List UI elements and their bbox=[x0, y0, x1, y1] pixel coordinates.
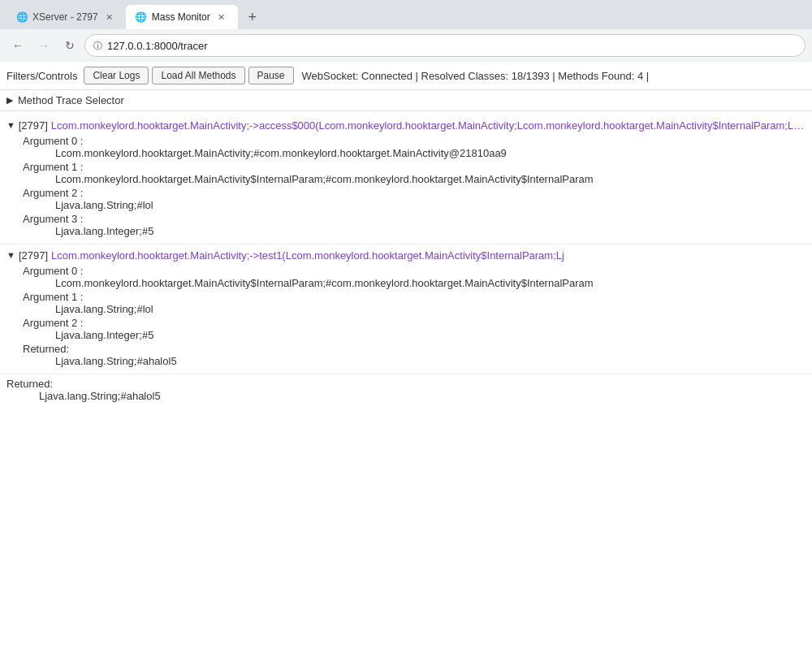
entry-2-pid: [2797] bbox=[19, 249, 48, 262]
url-text: 127.0.0.1:8000/tracer bbox=[107, 40, 208, 52]
page-content: Filters/Controls Clear Logs Load All Met… bbox=[0, 62, 812, 649]
entry-1-arg-3: Argument 3 : Ljava.lang.Integer;#5 bbox=[23, 213, 806, 237]
entry-1-arg-1-value: Lcom.monkeylord.hooktarget.MainActivity$… bbox=[55, 173, 806, 185]
entry-1-arg-1: Argument 1 : Lcom.monkeylord.hooktarget.… bbox=[23, 161, 806, 185]
entry-1-header: ▼ [2797] Lcom.monkeylord.hooktarget.Main… bbox=[6, 119, 806, 132]
xserver-favicon-icon: 🌐 bbox=[16, 11, 28, 23]
address-bar[interactable]: ⓘ 127.0.0.1:8000/tracer bbox=[84, 34, 806, 57]
log-entry-2: ▼ [2797] Lcom.monkeylord.hooktarget.Main… bbox=[0, 244, 812, 374]
outer-returned: Returned: Ljava.lang.String;#ahalol5 bbox=[0, 374, 812, 404]
entry-2-method-link[interactable]: Lcom.monkeylord.hooktarget.MainActivity;… bbox=[51, 249, 564, 262]
entry-1-pid: [2797] bbox=[19, 119, 48, 132]
entry-2-arg-1-label: Argument 1 : bbox=[23, 291, 83, 303]
new-tab-button[interactable]: + bbox=[241, 6, 264, 28]
entry-2-arg-2-label: Argument 2 : bbox=[23, 317, 83, 329]
entry-2-returned-inner: Returned: Ljava.lang.String;#ahalol5 bbox=[23, 343, 806, 367]
entry-1-arg-2: Argument 2 : Ljava.lang.String;#lol bbox=[23, 187, 806, 211]
xserver-tab-close-icon[interactable]: ✕ bbox=[103, 11, 116, 24]
entry-1-arg-3-value: Ljava.lang.Integer;#5 bbox=[55, 225, 806, 237]
forward-button[interactable]: → bbox=[32, 34, 55, 57]
xserver-tab-label: XServer - 2797 bbox=[32, 11, 98, 23]
outer-returned-label: Returned: bbox=[6, 378, 53, 390]
method-trace-selector-header[interactable]: ▶ Method Trace Selector bbox=[0, 90, 812, 111]
entry-1-arg-0-label: Argument 0 : bbox=[23, 135, 83, 147]
entry-2-arg-0-label: Argument 0 : bbox=[23, 265, 83, 277]
tab-bar: 🌐 XServer - 2797 ✕ 🌐 Mass Monitor ✕ + bbox=[0, 0, 812, 29]
outer-returned-value: Ljava.lang.String;#ahalol5 bbox=[39, 390, 806, 402]
entry-2-header: ▼ [2797] Lcom.monkeylord.hooktarget.Main… bbox=[6, 249, 806, 262]
clear-logs-button[interactable]: Clear Logs bbox=[84, 67, 149, 84]
entry-2-arg-0-value: Lcom.monkeylord.hooktarget.MainActivity$… bbox=[55, 277, 806, 289]
nav-bar: ← → ↻ ⓘ 127.0.0.1:8000/tracer bbox=[0, 29, 812, 62]
tab-xserver[interactable]: 🌐 XServer - 2797 ✕ bbox=[6, 5, 126, 29]
entry-2-arg-1-value: Ljava.lang.String;#lol bbox=[55, 303, 806, 315]
lock-icon: ⓘ bbox=[93, 40, 102, 52]
log-area: ▼ [2797] Lcom.monkeylord.hooktarget.Main… bbox=[0, 111, 812, 407]
entry-1-arg-2-label: Argument 2 : bbox=[23, 187, 83, 199]
entry-2-arg-1: Argument 1 : Ljava.lang.String;#lol bbox=[23, 291, 806, 315]
entry-2-returned-label: Returned: bbox=[23, 343, 69, 355]
entry-2-args: Argument 0 : Lcom.monkeylord.hooktarget.… bbox=[23, 265, 806, 367]
method-trace-header-label: Method Trace Selector bbox=[18, 94, 124, 106]
entry-2-arg-2-value: Ljava.lang.Integer;#5 bbox=[55, 329, 806, 341]
entry-1-arg-1-label: Argument 1 : bbox=[23, 161, 83, 173]
back-button[interactable]: ← bbox=[6, 34, 29, 57]
entry-1-arg-0-value: Lcom.monkeylord.hooktarget.MainActivity;… bbox=[55, 147, 806, 159]
massmonitor-tab-label: Mass Monitor bbox=[152, 11, 210, 23]
entry-2-returned-value: Ljava.lang.String;#ahalol5 bbox=[55, 355, 806, 367]
filters-controls-label: Filters/Controls bbox=[6, 70, 77, 82]
entry-1-method-link[interactable]: Lcom.monkeylord.hooktarget.MainActivity;… bbox=[51, 119, 806, 132]
entry-1-arg-2-value: Ljava.lang.String;#lol bbox=[55, 199, 806, 211]
massmonitor-tab-close-icon[interactable]: ✕ bbox=[215, 11, 228, 24]
method-trace-arrow-icon: ▶ bbox=[6, 95, 13, 106]
toolbar: Filters/Controls Clear Logs Load All Met… bbox=[0, 62, 812, 90]
load-all-methods-button[interactable]: Load All Methods bbox=[152, 67, 244, 84]
entry-1-expand-icon[interactable]: ▼ bbox=[6, 119, 15, 130]
tab-massmonitor[interactable]: 🌐 Mass Monitor ✕ bbox=[126, 5, 238, 29]
log-entry-1: ▼ [2797] Lcom.monkeylord.hooktarget.Main… bbox=[0, 115, 812, 244]
pause-button[interactable]: Pause bbox=[248, 67, 294, 84]
status-text: WebSocket: Connected | Resolved Classes:… bbox=[302, 70, 650, 82]
entry-2-expand-icon[interactable]: ▼ bbox=[6, 249, 15, 260]
entry-2-arg-0: Argument 0 : Lcom.monkeylord.hooktarget.… bbox=[23, 265, 806, 289]
massmonitor-favicon-icon: 🌐 bbox=[136, 11, 147, 23]
entry-1-args: Argument 0 : Lcom.monkeylord.hooktarget.… bbox=[23, 135, 806, 237]
reload-button[interactable]: ↻ bbox=[58, 34, 81, 57]
entry-2-arg-2: Argument 2 : Ljava.lang.Integer;#5 bbox=[23, 317, 806, 341]
entry-1-arg-0: Argument 0 : Lcom.monkeylord.hooktarget.… bbox=[23, 135, 806, 159]
entry-1-arg-3-label: Argument 3 : bbox=[23, 213, 83, 225]
